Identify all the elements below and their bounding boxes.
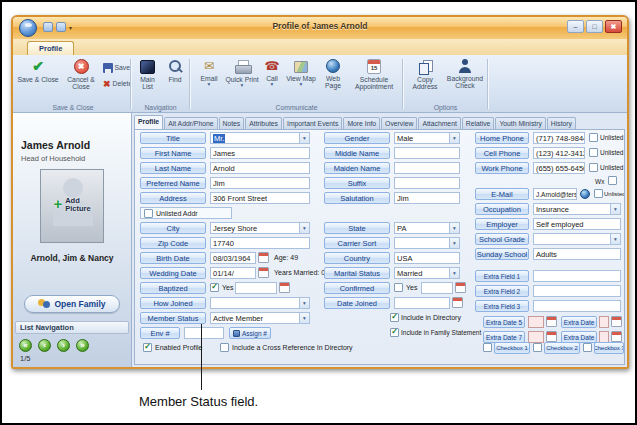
ribbon-tab-profile[interactable]: Profile xyxy=(27,41,74,55)
baptized-calendar-icon[interactable] xyxy=(279,282,290,293)
preferred-name-field[interactable]: Jim xyxy=(210,177,310,189)
extra-date-5-field[interactable] xyxy=(528,316,544,328)
confirmed-checkbox[interactable] xyxy=(394,283,403,292)
extra-field-2-label[interactable]: Extra Field 2 xyxy=(475,285,529,297)
close-button[interactable]: ✖ xyxy=(605,20,622,33)
extra-date-6-calendar-icon[interactable] xyxy=(611,316,622,327)
dropdown-icon[interactable]: ▾ xyxy=(449,238,459,248)
dropdown-icon[interactable]: ▾ xyxy=(449,268,459,278)
call-button[interactable]: ☎ Call ▾ xyxy=(260,58,284,99)
extra-date-8-calendar-icon[interactable] xyxy=(611,331,622,342)
state-label[interactable]: State xyxy=(324,222,390,234)
tab-overview[interactable]: Overview xyxy=(381,117,417,129)
member-status-label[interactable]: Member Status xyxy=(140,312,206,324)
tab-profile[interactable]: Profile xyxy=(134,115,163,129)
nav-first-button[interactable]: « xyxy=(19,339,32,352)
baptized-label[interactable]: Baptized xyxy=(140,282,206,294)
last-name-field[interactable]: Arnold xyxy=(210,162,310,174)
work-phone-unlisted-checkbox[interactable] xyxy=(589,163,598,172)
cell-phone-label[interactable]: Cell Phone xyxy=(475,147,529,159)
tab-attachment[interactable]: Attachment xyxy=(418,117,460,129)
salutation-field[interactable]: Jim xyxy=(394,192,460,204)
salutation-label[interactable]: Salutation xyxy=(324,192,390,204)
background-check-button[interactable]: Background Check xyxy=(445,58,485,99)
quick-print-button[interactable]: Quick Print ▾ xyxy=(225,58,259,99)
add-picture-button[interactable]: + AddPicture xyxy=(40,169,104,243)
marital-status-field[interactable]: Married ▾ xyxy=(394,267,460,279)
how-joined-field[interactable]: ▾ xyxy=(210,297,310,309)
open-family-button[interactable]: Open Family xyxy=(24,295,120,313)
state-field[interactable]: PA ▾ xyxy=(394,222,460,234)
baptized-checkbox[interactable]: ✓ xyxy=(210,283,219,292)
checkbox-2-button[interactable]: Checkbox 2 xyxy=(544,342,580,354)
suffix-field[interactable] xyxy=(394,177,460,189)
dropdown-icon[interactable]: ▾ xyxy=(299,313,309,323)
employer-field[interactable]: Self employed xyxy=(533,218,621,230)
dropdown-icon[interactable]: ▾ xyxy=(610,234,620,244)
marital-status-label[interactable]: Marital Status xyxy=(324,267,390,279)
dropdown-icon[interactable]: ▾ xyxy=(299,223,309,233)
date-joined-field[interactable] xyxy=(394,297,450,309)
email-label[interactable]: E-Mail xyxy=(475,188,529,200)
occupation-label[interactable]: Occupation xyxy=(475,203,529,215)
tab-youth-ministry[interactable]: Youth Ministry xyxy=(495,117,545,129)
checkbox-1-checkbox[interactable] xyxy=(483,343,492,352)
minimize-button[interactable]: – xyxy=(567,20,584,33)
date-joined-label[interactable]: Date Joined xyxy=(324,297,390,309)
carrier-sort-label[interactable]: Carrier Sort xyxy=(324,237,390,249)
confirmed-calendar-icon[interactable] xyxy=(455,282,466,293)
extra-date-7-calendar-icon[interactable] xyxy=(546,331,557,342)
maiden-name-label[interactable]: Maiden Name xyxy=(324,162,390,174)
tab-alt-addr-phone[interactable]: Alt Addr/Phone xyxy=(164,117,217,129)
email-web-icon[interactable] xyxy=(580,189,590,199)
email-button[interactable]: ✉ Email ▾ xyxy=(194,58,224,99)
checkbox-1-button[interactable]: Checkbox 1 xyxy=(494,342,530,354)
title-label[interactable]: Title xyxy=(140,132,206,144)
home-phone-field[interactable]: (717) 748-9844 xyxy=(533,132,585,144)
nav-last-button[interactable]: » xyxy=(76,339,89,352)
middle-name-label[interactable]: Middle Name xyxy=(324,147,390,159)
country-label[interactable]: Country xyxy=(324,252,390,264)
enabled-profile-checkbox[interactable]: ✓ xyxy=(143,343,152,352)
dropdown-icon[interactable]: ▾ xyxy=(610,204,620,214)
first-name-field[interactable]: James xyxy=(210,147,310,159)
extra-field-3-label[interactable]: Extra Field 3 xyxy=(475,300,529,312)
cell-phone-field[interactable]: (123) 412-3412 xyxy=(533,147,585,159)
dropdown-icon[interactable]: ▾ xyxy=(449,223,459,233)
birth-date-field[interactable]: 08/03/1964 xyxy=(210,252,256,264)
tab-more-info[interactable]: More Info xyxy=(343,117,380,129)
last-name-label[interactable]: Last Name xyxy=(140,162,206,174)
env-number-field[interactable] xyxy=(184,327,224,339)
env-number-label[interactable]: Env # xyxy=(140,327,180,339)
work-phone-field[interactable]: (655) 655-6456 xyxy=(533,162,585,174)
gender-field[interactable]: Male ▾ xyxy=(394,132,460,144)
how-joined-label[interactable]: How Joined xyxy=(140,297,206,309)
nav-next-button[interactable]: › xyxy=(57,339,70,352)
country-field[interactable]: USA xyxy=(394,252,460,264)
school-grade-field[interactable]: ▾ xyxy=(533,233,621,245)
sunday-school-field[interactable]: Adults xyxy=(533,248,621,260)
checkbox-3-button[interactable]: Checkbox 3 xyxy=(594,342,624,354)
member-status-field[interactable]: Active Member ▾ xyxy=(210,312,310,324)
extra-field-1-field[interactable] xyxy=(533,270,621,282)
checkbox-3-checkbox[interactable] xyxy=(583,343,592,352)
extra-date-6-label[interactable]: Extra Date xyxy=(561,316,597,328)
sunday-school-label[interactable]: Sunday School xyxy=(475,248,529,260)
dropdown-icon[interactable]: ▾ xyxy=(299,298,309,308)
save-button[interactable]: Save xyxy=(103,61,130,74)
extra-field-1-label[interactable]: Extra Field 1 xyxy=(475,270,529,282)
tab-notes[interactable]: Notes xyxy=(219,117,245,129)
include-in-family-statement-checkbox[interactable]: ✓ xyxy=(390,328,399,337)
confirmed-label[interactable]: Confirmed xyxy=(324,282,390,294)
extra-date-6-field[interactable] xyxy=(599,316,609,328)
wedding-date-field[interactable]: 01/14/ xyxy=(210,267,256,279)
school-grade-label[interactable]: School Grade xyxy=(475,233,529,245)
dropdown-icon[interactable]: ▾ xyxy=(449,133,459,143)
confirmed-date-field[interactable] xyxy=(421,282,453,294)
work-phone-label[interactable]: Work Phone xyxy=(475,162,529,174)
email-field[interactable]: J.Arnold@ters.com xyxy=(533,188,577,200)
home-phone-label[interactable]: Home Phone xyxy=(475,132,529,144)
tab-attributes[interactable]: Attributes xyxy=(245,117,282,129)
wx-checkbox[interactable] xyxy=(608,176,617,185)
cross-reference-checkbox[interactable] xyxy=(220,343,229,352)
